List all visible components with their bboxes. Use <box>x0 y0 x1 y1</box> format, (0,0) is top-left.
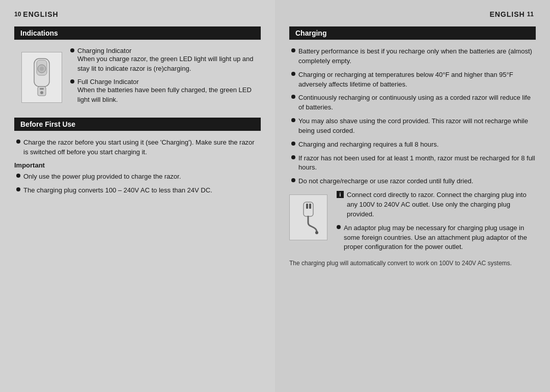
svg-point-6 <box>40 91 43 94</box>
left-column: 10 ENGLISH Indications <box>0 0 275 392</box>
left-page-number: 10 <box>14 11 21 18</box>
charging-indicator-bullet: Charging Indicator When you charge razor… <box>68 47 261 74</box>
bullet-r0 <box>291 48 295 52</box>
full-charge-text: Full Charge Indicator When the batteries… <box>77 78 261 105</box>
charging-text-3: You may also shave using the cord provid… <box>298 117 536 136</box>
bullet-r6 <box>291 178 295 182</box>
right-header: ENGLISH 11 <box>289 10 536 18</box>
full-charge-title: Full Charge Indicator <box>77 78 261 86</box>
connect-text: Connect cord directly to razor. Connect … <box>347 190 536 219</box>
charging-text-6: Do not charge/recharge or use razor cord… <box>298 177 473 186</box>
before-first-use-header: Before First Use <box>14 118 261 131</box>
charging-plug-converts-text: The charging plug converts 100 – 240V AC… <box>23 186 212 195</box>
full-charge-body: When the batteries have been fully charg… <box>77 86 261 105</box>
charging-plug-converts-item: The charging plug converts 100 – 240V AC… <box>14 186 261 195</box>
charge-before-use-text: Charge the razor before you start using … <box>23 138 261 157</box>
indications-content: Charging Indicator When you charge razor… <box>14 47 261 108</box>
bullet-r5 <box>291 155 295 159</box>
important-label: Important <box>14 161 261 169</box>
charge-before-use-item: Charge the razor before you start using … <box>14 138 261 157</box>
indications-header: Indications <box>14 26 261 40</box>
charging-item-2: Continuously recharging or continuously … <box>289 93 536 113</box>
indications-section: Indications <box>14 26 261 108</box>
svg-point-3 <box>40 67 44 71</box>
svg-rect-5 <box>40 88 44 90</box>
bullet-r2 <box>291 95 295 99</box>
right-page-number: 11 <box>527 11 534 18</box>
connect-text-block: i Connect cord directly to razor. Connec… <box>335 190 536 256</box>
svg-rect-9 <box>309 204 311 209</box>
bullet-icon-4 <box>16 174 20 178</box>
bullet-r3 <box>291 118 295 122</box>
charging-item-0: Battery performance is best if you recha… <box>289 47 536 66</box>
adaptor-item: An adaptor plug may be necessary for cha… <box>335 223 536 253</box>
before-first-use-section: Before First Use Charge the razor before… <box>14 118 261 195</box>
charging-indicator-body: When you charge razor, the green LED lig… <box>77 54 261 74</box>
connect-item: i Connect cord directly to razor. Connec… <box>335 190 536 219</box>
bullet-icon-5 <box>16 187 20 191</box>
charging-indicator-title: Charging Indicator <box>77 47 261 54</box>
charging-text-2: Continuously recharging or continuously … <box>298 93 536 113</box>
charging-item-6: Do not charge/recharge or use razor cord… <box>289 177 536 186</box>
svg-rect-8 <box>306 204 308 209</box>
plug-image <box>289 194 327 240</box>
page-spread: 10 ENGLISH Indications <box>0 0 550 392</box>
connect-block: i Connect cord directly to razor. Connec… <box>289 190 536 256</box>
bullet-icon-2 <box>70 79 74 83</box>
power-plug-item: Only use the power plug provided to char… <box>14 172 261 182</box>
charging-indicator-text: Charging Indicator When you charge razor… <box>77 47 261 74</box>
bullet-icon <box>70 48 74 52</box>
charging-text-0: Battery performance is best if you recha… <box>298 47 536 66</box>
bullet-r1 <box>291 72 295 76</box>
full-charge-indicator-item: Full Charge Indicator When the batteries… <box>68 78 261 105</box>
razor-image <box>21 52 62 103</box>
svg-rect-7 <box>304 202 313 216</box>
bullet-r7 <box>337 225 341 229</box>
charging-item-5: If razor has not been used for at least … <box>289 154 536 173</box>
right-column: ENGLISH 11 Charging Battery performance … <box>275 0 550 392</box>
charging-item-4: Charging and recharging requires a full … <box>289 140 536 150</box>
power-plug-text: Only use the power plug provided to char… <box>23 172 181 182</box>
charging-text-1: Charging or recharging at temperatures b… <box>298 70 536 90</box>
bullet-icon-3 <box>16 139 20 144</box>
sub-text: The charging plug will automatically con… <box>289 259 536 268</box>
charging-text-5: If razor has not been used for at least … <box>298 154 536 173</box>
right-lang: ENGLISH <box>489 10 525 18</box>
info-icon: i <box>337 191 344 198</box>
charging-item-1: Charging or recharging at temperatures b… <box>289 70 536 90</box>
left-header: 10 ENGLISH <box>14 10 261 18</box>
adaptor-text: An adaptor plug may be necessary for cha… <box>344 223 536 253</box>
charging-item-3: You may also shave using the cord provid… <box>289 117 536 136</box>
bullet-r4 <box>291 142 295 146</box>
svg-point-10 <box>315 231 318 234</box>
charging-section: Charging Battery performance is best if … <box>289 26 536 268</box>
left-lang: ENGLISH <box>23 10 58 18</box>
charging-text-4: Charging and recharging requires a full … <box>298 140 438 150</box>
charging-header: Charging <box>289 26 536 40</box>
